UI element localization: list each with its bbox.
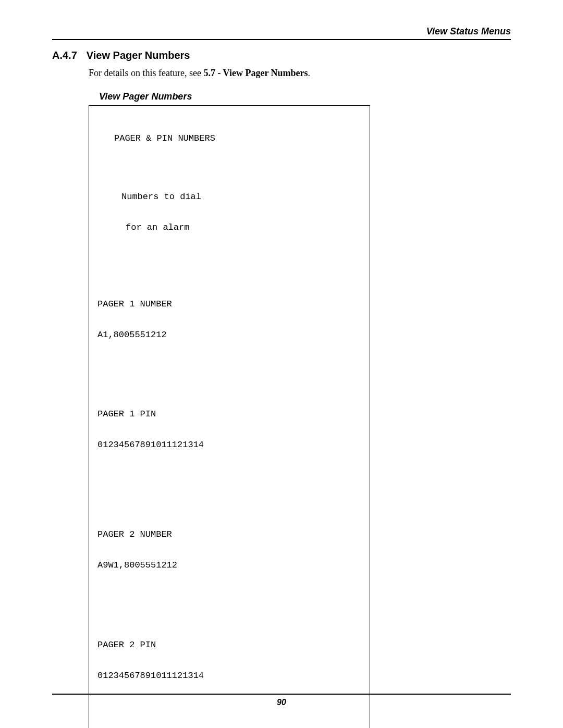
pager1-block: PAGER 1 NUMBER A1,8005551212 bbox=[97, 279, 361, 360]
section-intro: For details on this feature, see 5.7 - V… bbox=[89, 67, 511, 80]
pager1-number-label: PAGER 1 NUMBER bbox=[97, 299, 361, 310]
pager2-pin-value: 01234567891011121314 bbox=[97, 671, 361, 681]
figure-caption: View Pager Numbers bbox=[99, 91, 511, 102]
terminal-sub2: for an alarm bbox=[97, 223, 361, 233]
pager2-pin-block: PAGER 2 PIN 01234567891011121314 bbox=[97, 620, 361, 701]
terminal-box: PAGER & PIN NUMBERS Numbers to dial for … bbox=[89, 105, 370, 728]
section-heading: A.4.7 View Pager Numbers bbox=[52, 50, 511, 61]
intro-prefix: For details on this feature, see bbox=[89, 68, 203, 78]
footer: 90 bbox=[52, 694, 511, 707]
header-rule bbox=[52, 39, 511, 40]
pager2-number-label: PAGER 2 NUMBER bbox=[97, 529, 361, 540]
terminal-title: PAGER & PIN NUMBERS bbox=[97, 133, 361, 144]
pager2-number-value: A9W1,8005551212 bbox=[97, 560, 361, 571]
header-right-label: View Status Menus bbox=[52, 26, 511, 37]
intro-suffix: . bbox=[308, 68, 311, 78]
pager2-block: PAGER 2 NUMBER A9W1,8005551212 bbox=[97, 509, 361, 590]
terminal-sub1: Numbers to dial bbox=[97, 192, 361, 202]
footer-rule bbox=[52, 694, 511, 695]
pager1-pin-label: PAGER 1 PIN bbox=[97, 409, 361, 419]
pager1-pin-value: 01234567891011121314 bbox=[97, 440, 361, 450]
section-title: View Pager Numbers bbox=[87, 50, 190, 61]
section-number: A.4.7 bbox=[52, 50, 77, 61]
pager1-number-value: A1,8005551212 bbox=[97, 330, 361, 340]
pager2-pin-label: PAGER 2 PIN bbox=[97, 640, 361, 650]
intro-bold: 5.7 - View Pager Numbers bbox=[203, 68, 308, 78]
page-container: View Status Menus A.4.7 View Pager Numbe… bbox=[0, 0, 563, 728]
page-number: 90 bbox=[52, 698, 511, 707]
pager1-pin-block: PAGER 1 PIN 01234567891011121314 bbox=[97, 389, 361, 470]
